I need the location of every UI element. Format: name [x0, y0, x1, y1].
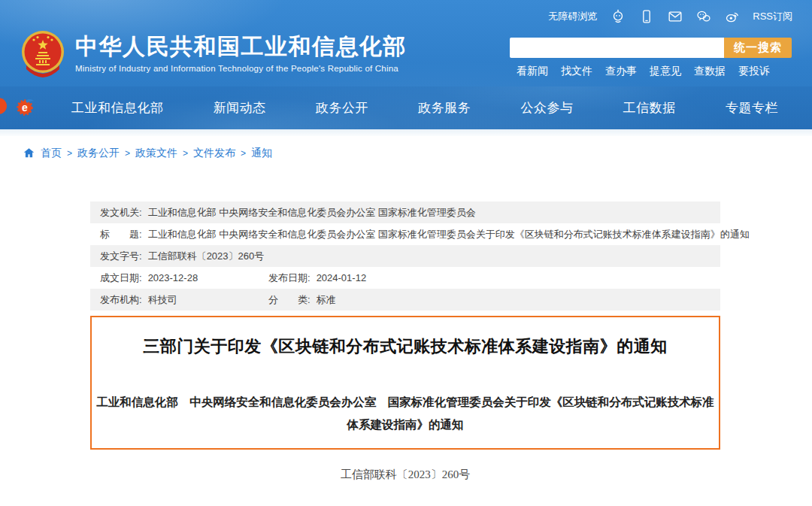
weibo-icon[interactable]	[724, 8, 740, 24]
national-emblem-logo	[19, 29, 67, 79]
meta-value: 工业和信息化部 中央网络安全和信息化委员会办公室 国家标准化管理委员会关于印发《…	[148, 228, 750, 241]
document-title-box: 三部门关于印发《区块链和分布式记账技术标准体系建设指南》的通知 工业和信息化部 …	[90, 316, 720, 450]
meta-row-doc-number: 发文字号: 工信部联科〔2023〕260号	[90, 245, 720, 267]
nav-item-gov-services[interactable]: 政务服务	[418, 99, 471, 117]
quick-link-feedback[interactable]: 提意见	[650, 65, 681, 78]
meta-label: 发布日期:	[268, 271, 311, 285]
breadcrumb-separator: >	[183, 148, 188, 159]
breadcrumb-separator: >	[67, 148, 72, 159]
quick-link-files[interactable]: 找文件	[561, 65, 592, 78]
site-title: 中华人民共和国工业和信息化部	[75, 33, 407, 60]
nav-item-miit[interactable]: 工业和信息化部	[71, 99, 164, 117]
search-button[interactable]: 统一搜索	[724, 38, 792, 58]
nav-items: 工业和信息化部 新闻动态 政务公开 政务服务 公众参与 工信数据 专题专栏	[71, 86, 778, 129]
mail-icon[interactable]	[667, 8, 683, 24]
meta-label: 分 类:	[268, 293, 311, 307]
nav-item-public-participation[interactable]: 公众参与	[521, 99, 574, 117]
meta-value: 标准	[317, 293, 336, 307]
accessibility-link[interactable]: 无障碍浏览	[548, 10, 597, 23]
site-title-block[interactable]: 中华人民共和国工业和信息化部 Ministry of Industry and …	[75, 33, 407, 73]
site-subtitle-en: Ministry of Industry and Information Tec…	[75, 64, 407, 73]
meta-label: 成文日期:	[100, 271, 142, 285]
wechat-icon[interactable]	[695, 8, 711, 24]
meta-value: 工业和信息化部 中央网络安全和信息化委员会办公室 国家标准化管理委员会	[148, 206, 476, 220]
nav-item-special-columns[interactable]: 专题专栏	[726, 99, 778, 117]
breadcrumb-policy-files[interactable]: 政策文件	[135, 147, 177, 160]
meta-label: 发文机关:	[100, 206, 142, 220]
search-bar: 统一搜索	[510, 38, 792, 58]
breadcrumb-separator: >	[125, 148, 130, 159]
breadcrumb-notice[interactable]: 通知	[251, 147, 272, 160]
meta-row-issuing-organ: 发文机关: 工业和信息化部 中央网络安全和信息化委员会办公室 国家标准化管理委员…	[90, 201, 720, 223]
document-title: 三部门关于印发《区块链和分布式记账技术标准体系建设指南》的通知	[92, 335, 719, 358]
meta-label: 发布机构:	[100, 293, 142, 307]
breadcrumb: 首页 > 政务公开 > 政策文件 > 文件发布 > 通知	[0, 136, 812, 162]
nav-item-news[interactable]: 新闻动态	[214, 99, 266, 117]
meta-label: 标 题:	[100, 228, 142, 241]
home-icon[interactable]	[23, 147, 35, 159]
quick-link-data[interactable]: 查数据	[694, 65, 726, 78]
document-subtitle: 工业和信息化部 中央网络安全和信息化委员会办公室 国家标准化管理委员会关于印发《…	[95, 391, 716, 436]
gov-e-logo-icon: e	[15, 96, 36, 117]
svg-text:e: e	[22, 102, 28, 114]
quick-link-news[interactable]: 看新闻	[517, 65, 548, 78]
header-divider-strip	[0, 129, 812, 136]
meta-row-publisher-category: 发布机构: 科技司 分 类: 标准	[90, 289, 720, 311]
rss-link[interactable]: RSS订阅	[753, 10, 792, 23]
site-header: 无障碍浏览	[0, 0, 812, 129]
breadcrumb-home[interactable]: 首页	[41, 147, 62, 160]
breadcrumb-gov-affairs[interactable]: 政务公开	[77, 147, 120, 160]
nav-item-gov-affairs[interactable]: 政务公开	[316, 99, 368, 117]
meta-row-title: 标 题: 工业和信息化部 中央网络安全和信息化委员会办公室 国家标准化管理委员会…	[90, 223, 720, 245]
mobile-icon[interactable]	[638, 8, 654, 24]
breadcrumb-file-release[interactable]: 文件发布	[193, 147, 235, 160]
meta-label: 发文字号:	[100, 250, 142, 263]
document-number: 工信部联科〔2023〕260号	[90, 468, 720, 482]
quick-links: 看新闻 找文件 查办事 提意见 查数据 要投诉	[517, 65, 770, 78]
search-input[interactable]	[510, 38, 724, 58]
meta-value: 工信部联科〔2023〕260号	[148, 250, 265, 263]
document-meta-table: 发文机关: 工业和信息化部 中央网络安全和信息化委员会办公室 国家标准化管理委员…	[90, 201, 720, 311]
meta-value: 科技司	[148, 293, 177, 307]
breadcrumb-separator: >	[241, 148, 246, 159]
nav-item-miit-data[interactable]: 工信数据	[623, 99, 676, 117]
main-nav: e 工业和信息化部 新闻动态 政务公开 政务服务 公众参与 工信数据 专题专栏	[0, 86, 812, 129]
meta-value: 2024-01-12	[317, 272, 367, 283]
robot-icon[interactable]	[610, 8, 626, 24]
partial-logo-decoration	[0, 98, 7, 114]
meta-value: 2023-12-28	[148, 272, 198, 283]
quick-link-complaint[interactable]: 要投诉	[738, 65, 770, 78]
meta-row-dates: 成文日期: 2023-12-28 发布日期: 2024-01-12	[90, 267, 720, 289]
topbar: 无障碍浏览	[548, 8, 792, 24]
quick-link-services[interactable]: 查办事	[605, 65, 637, 78]
